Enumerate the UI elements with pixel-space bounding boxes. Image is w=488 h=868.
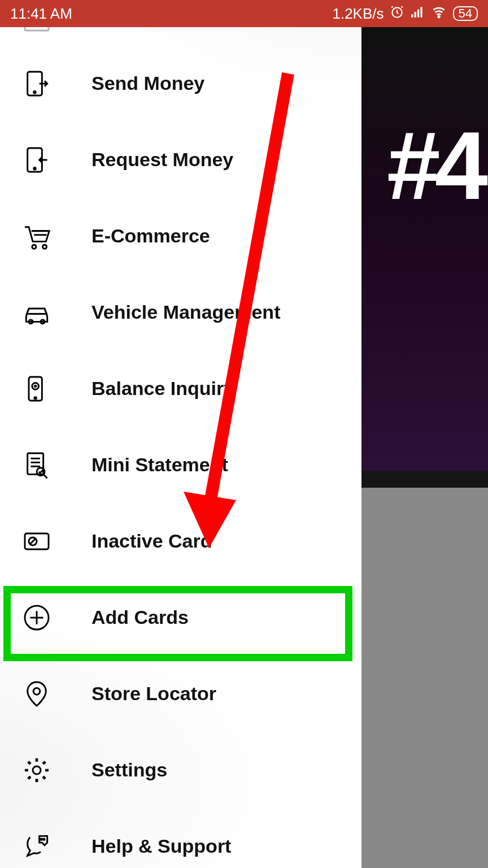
svg-rect-3 [417,9,419,17]
status-right: 1.2KB/s 54 [332,5,478,23]
status-time: 11:41 AM [10,5,72,23]
menu-item-balance[interactable]: Balance Inquiry [0,350,361,427]
svg-point-9 [34,91,36,93]
menu-item-settings[interactable]: Settings [0,732,361,808]
svg-point-36 [33,766,41,774]
svg-point-35 [33,688,40,695]
cart-icon [17,216,56,256]
navigation-drawer: Send Money Request Money E-Commerce Vehi… [0,27,361,868]
gear-icon [17,750,56,790]
menu-item-ecommerce[interactable]: E-Commerce [0,198,361,274]
svg-line-31 [30,539,35,544]
menu-item-help[interactable]: Help & Support [0,808,361,868]
svg-point-38 [43,839,45,840]
location-icon [17,674,56,714]
signal-icon [410,5,425,23]
step-number-overlay: #4 [387,110,482,221]
svg-point-11 [34,167,36,170]
status-bar: 11:41 AM 1.2KB/s 54 [0,0,488,27]
menu-label: Vehicle Management [91,301,280,323]
menu-label: Settings [91,759,167,781]
menu-item-request-money[interactable]: Request Money [0,121,361,198]
menu-item-mini-statement[interactable]: Mini Statement [0,427,361,503]
menu-label: Inactive Card [91,530,212,552]
svg-point-5 [438,16,439,18]
menu-item-inactive-card[interactable]: Inactive Card [0,503,361,579]
statement-icon [17,445,56,485]
svg-rect-4 [420,7,422,17]
wifi-icon [430,5,447,23]
svg-rect-2 [414,12,416,18]
request-money-icon [17,140,56,180]
card-icon [17,27,56,42]
menu-item-send-money[interactable]: Send Money [0,45,361,121]
menu-label: Add Cards [91,606,189,628]
svg-rect-1 [411,14,413,17]
svg-point-12 [32,245,36,249]
menu-item-store-locator[interactable]: Store Locator [0,656,361,732]
send-money-icon [17,64,56,103]
help-icon [17,827,56,866]
svg-rect-6 [25,27,49,31]
menu-label: Help & Support [91,835,231,857]
menu-label: E-Commerce [91,225,210,247]
balance-icon [17,369,56,409]
svg-point-13 [43,245,47,249]
menu-item-vehicle[interactable]: Vehicle Management [0,274,361,350]
menu-label: Mini Statement [91,454,228,476]
car-icon [17,293,56,332]
battery-indicator: 54 [453,6,478,21]
net-speed: 1.2KB/s [332,5,384,23]
menu-label: Send Money [91,72,204,94]
menu-item-placeholder[interactable] [0,27,361,45]
menu-item-add-cards[interactable]: Add Cards [0,579,361,656]
menu-label: Request Money [91,149,233,171]
svg-point-22 [34,397,37,399]
inactive-card-icon [17,522,56,561]
add-icon [17,598,56,637]
menu-label: Balance Inquiry [91,377,234,400]
alarm-icon [390,5,404,23]
svg-point-37 [41,839,42,840]
svg-point-21 [35,385,36,387]
menu-label: Store Locator [91,683,216,705]
svg-line-28 [43,474,47,478]
